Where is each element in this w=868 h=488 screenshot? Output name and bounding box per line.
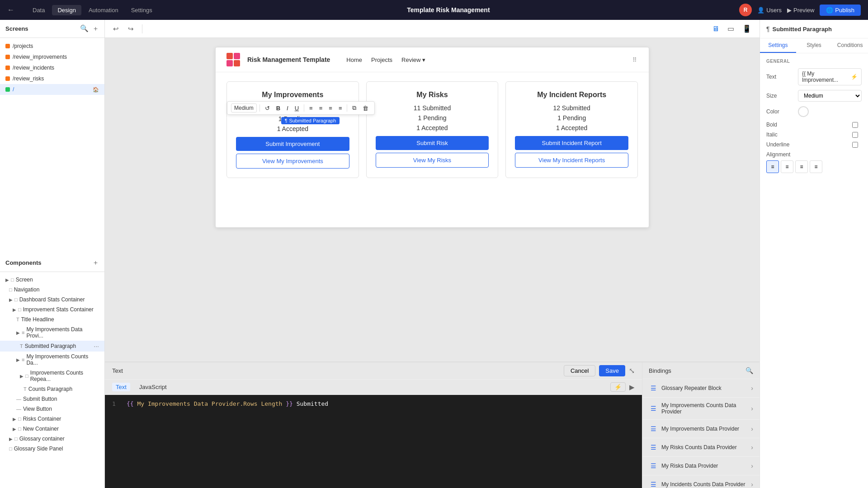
- preview-button[interactable]: ▶ Preview: [787, 7, 814, 14]
- text-field[interactable]: {{ My Improvement... ⚡: [798, 68, 862, 85]
- lightning-icon[interactable]: ⚡: [851, 74, 858, 80]
- screen-review-improvements[interactable]: /review_improvements: [0, 52, 104, 62]
- tree-new-container[interactable]: ▶ □ New Container: [0, 424, 104, 434]
- view-improvements-button[interactable]: View My Improvements: [236, 154, 349, 169]
- tree-view-button[interactable]: — View Button: [0, 404, 104, 414]
- tree-title-headline[interactable]: T Title Headline: [0, 314, 104, 324]
- submit-risk-button[interactable]: Submit Risk: [376, 136, 489, 150]
- expand-button[interactable]: ⤡: [629, 365, 635, 376]
- tree-my-improvements-data[interactable]: ▶ ≡ My Improvements Data Provi...: [0, 324, 104, 341]
- tree-glossary-container[interactable]: ▶ □ Glossary container: [0, 434, 104, 444]
- tree-submit-button[interactable]: — Submit Button: [0, 394, 104, 404]
- bold-checkbox[interactable]: [852, 122, 858, 128]
- more-options-icon[interactable]: ⠿: [632, 56, 638, 63]
- view-risks-button[interactable]: View My Risks: [376, 153, 489, 168]
- submit-improvement-button[interactable]: Submit Improvement: [236, 137, 349, 151]
- underline-button[interactable]: U: [292, 104, 301, 113]
- duplicate-button[interactable]: ⧉: [350, 103, 359, 113]
- tablet-view-button[interactable]: ▭: [725, 23, 737, 34]
- bold-button[interactable]: B: [274, 104, 283, 113]
- tab-styles[interactable]: Styles: [796, 38, 832, 53]
- search-icon[interactable]: 🔍: [80, 24, 89, 33]
- users-button[interactable]: 👤 Users: [757, 7, 782, 14]
- tree-item-label: Title Headline: [21, 316, 99, 323]
- binding-risks-counts[interactable]: ☰ My Risks Counts Data Provider ›: [642, 438, 760, 457]
- binding-improvements-counts[interactable]: ☰ My Improvements Counts Data Provider ›: [642, 398, 760, 420]
- binding-incidents-counts[interactable]: ☰ My Incidents Counts Data Provider ›: [642, 475, 760, 488]
- tab-automation[interactable]: Automation: [83, 5, 124, 15]
- size-select[interactable]: Medium: [231, 103, 257, 113]
- nav-projects[interactable]: Projects: [371, 56, 392, 63]
- tree-improvements-counts-repeater[interactable]: ▶ □ Improvements Counts Repea...: [0, 368, 104, 384]
- tab-design[interactable]: Design: [52, 5, 81, 15]
- redo-button[interactable]: ↪: [125, 23, 137, 34]
- align-left-button[interactable]: ≡: [307, 104, 315, 113]
- align-center-button[interactable]: ≡: [781, 160, 793, 173]
- binding-improvements-provider[interactable]: ☰ My Improvements Data Provider ›: [642, 420, 760, 438]
- alignment-buttons: ≡ ≡ ≡ ≡: [766, 160, 822, 173]
- bindings-title: Bindings: [649, 367, 743, 374]
- refresh-button[interactable]: ↺: [263, 104, 272, 113]
- save-button[interactable]: Save: [599, 365, 625, 376]
- binding-risks-provider[interactable]: ☰ My Risks Data Provider ›: [642, 457, 760, 475]
- delete-button[interactable]: 🗑: [360, 104, 371, 113]
- back-button[interactable]: ←: [7, 6, 14, 14]
- size-label: Size: [766, 93, 798, 99]
- screen-review-risks[interactable]: /review_risks: [0, 73, 104, 84]
- panel-tabs: Settings Styles Conditions: [760, 38, 868, 53]
- tab-settings[interactable]: Settings: [760, 38, 796, 53]
- add-component-button[interactable]: ＋: [92, 258, 99, 267]
- tree-improvement-stats[interactable]: ▶ □ Improvement Stats Container: [0, 305, 104, 314]
- tree-counts-paragraph[interactable]: T Counts Paragraph: [0, 384, 104, 394]
- italic-button[interactable]: I: [284, 104, 291, 113]
- tree-dashboard-stats[interactable]: ▶ □ Dashboard Stats Container: [0, 295, 104, 305]
- align-justify-button[interactable]: ≡: [810, 160, 822, 173]
- tab-conditions[interactable]: Conditions: [832, 38, 868, 53]
- lightning-button[interactable]: ⚡: [610, 382, 626, 392]
- italic-checkbox[interactable]: [852, 132, 858, 138]
- underline-checkbox[interactable]: [852, 142, 858, 148]
- nav-review[interactable]: Review ▾: [401, 56, 425, 63]
- desktop-view-button[interactable]: 🖥: [709, 23, 722, 34]
- tab-text[interactable]: Text: [112, 383, 130, 391]
- tab-javascript[interactable]: JavaScript: [136, 383, 170, 391]
- view-incidents-button[interactable]: View My Incident Reports: [515, 153, 628, 168]
- screen-root[interactable]: / 🏠: [0, 84, 104, 95]
- color-swatch[interactable]: [798, 106, 809, 117]
- tree-submitted-paragraph[interactable]: T Submitted Paragraph ···: [0, 341, 104, 352]
- tab-data[interactable]: Data: [27, 5, 50, 15]
- tree-risks-container[interactable]: ▶ □ Risks Container: [0, 414, 104, 424]
- code-editor[interactable]: 1 {{ My Improvements Data Provider.Rows …: [105, 395, 642, 488]
- publish-button[interactable]: 🌐 Publish: [820, 5, 861, 16]
- code-content[interactable]: {{ My Improvements Data Provider.Rows Le…: [127, 400, 635, 483]
- binding-glossary-repeater[interactable]: ☰ Glossary Repeater Block ›: [642, 379, 760, 398]
- improvements-title: My Improvements: [236, 91, 349, 99]
- submit-incident-button[interactable]: Submit Incident Report: [515, 136, 628, 150]
- bindings-search-icon[interactable]: 🔍: [745, 367, 753, 374]
- align-left-button[interactable]: ≡: [766, 160, 779, 173]
- cancel-button[interactable]: Cancel: [564, 365, 595, 376]
- size-select[interactable]: Medium Small Large: [798, 90, 862, 102]
- tree-navigation[interactable]: □ Navigation: [0, 285, 104, 295]
- bindings-list: ☰ Glossary Repeater Block › ☰ My Improve…: [642, 379, 760, 488]
- tree-screen[interactable]: ▶ □ Screen: [0, 275, 104, 285]
- tree-arrow: ▶: [13, 307, 16, 312]
- play-button[interactable]: ▶: [629, 383, 635, 391]
- button-icon: —: [16, 396, 21, 402]
- tree-improvements-counts[interactable]: ▶ ≡ My Improvements Counts Da...: [0, 352, 104, 368]
- tab-settings[interactable]: Settings: [126, 5, 158, 15]
- item-menu-icon[interactable]: ···: [94, 343, 99, 350]
- add-screen-button[interactable]: ＋: [92, 24, 99, 33]
- align-right-button[interactable]: ≡: [795, 160, 808, 173]
- tree-glossary-side-panel[interactable]: □ Glossary Side Panel: [0, 444, 104, 454]
- screen-projects[interactable]: /projects: [0, 41, 104, 52]
- align-center-button[interactable]: ≡: [317, 104, 325, 113]
- undo-button[interactable]: ↩: [110, 23, 122, 34]
- nav-home[interactable]: Home: [346, 56, 362, 63]
- line-number: 1: [112, 400, 121, 483]
- panel-content: GENERAL Text {{ My Improvement... ⚡ Size…: [760, 53, 868, 488]
- align-justify-button[interactable]: ≡: [336, 104, 344, 113]
- align-right-button[interactable]: ≡: [326, 104, 335, 113]
- screen-review-incidents[interactable]: /review_incidents: [0, 62, 104, 73]
- mobile-view-button[interactable]: 📱: [740, 23, 754, 34]
